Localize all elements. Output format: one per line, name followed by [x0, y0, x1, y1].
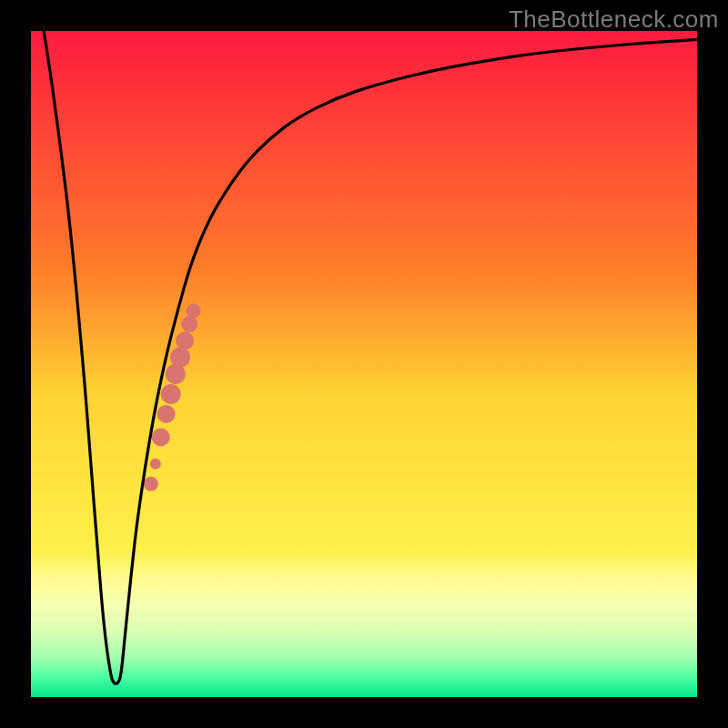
plot-area: [31, 31, 697, 697]
highlight-dot: [181, 316, 197, 332]
highlight-dot: [187, 303, 201, 318]
highlight-dot: [176, 331, 194, 349]
highlight-dot: [144, 477, 158, 491]
highlight-dot: [152, 429, 170, 447]
watermark-text: TheBottleneck.com: [509, 5, 719, 34]
chart-frame: TheBottleneck.com: [0, 0, 728, 728]
highlight-dot: [157, 405, 176, 423]
highlight-dot: [150, 459, 161, 470]
curve-layer: [31, 31, 697, 697]
highlight-dot: [170, 348, 190, 368]
highlight-dot: [161, 384, 181, 404]
bottleneck-curve: [31, 31, 697, 683]
